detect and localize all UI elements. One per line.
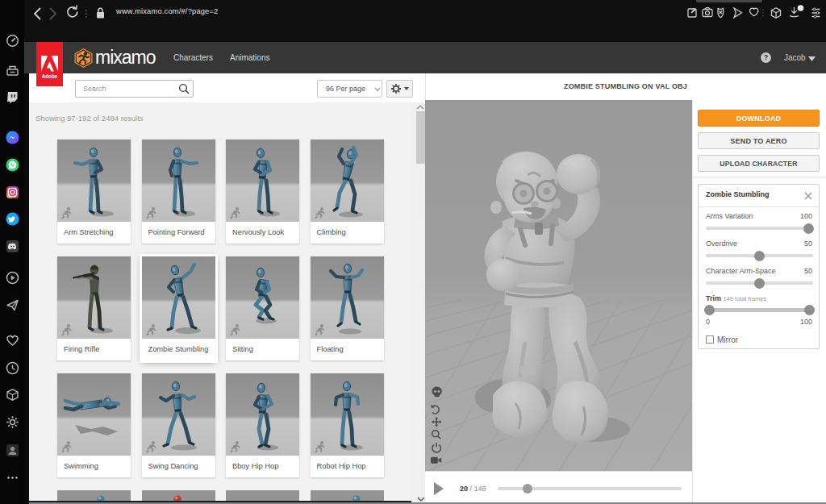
svg-text:Adobe: Adobe — [42, 73, 58, 79]
